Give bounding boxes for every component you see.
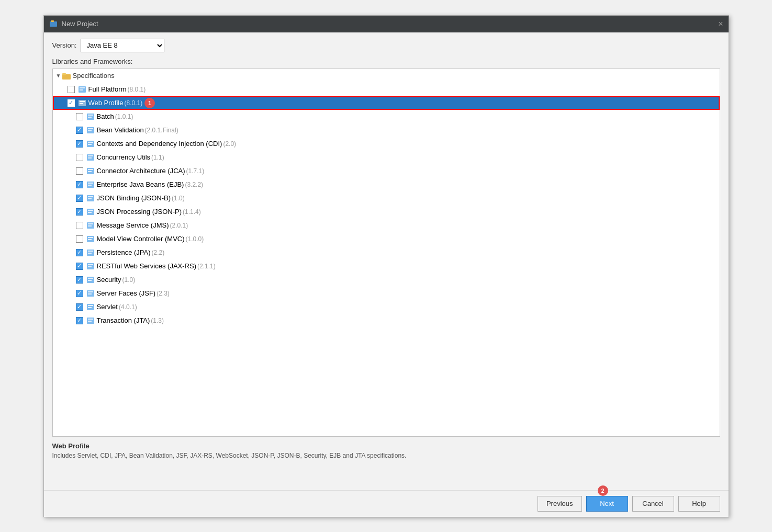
description-title: Web Profile (52, 442, 720, 450)
checkbox-bean-validation[interactable]: ✓ (76, 127, 83, 134)
item-version-jax-rs: (2.1.1) (197, 263, 216, 270)
list-item-bean-validation[interactable]: ✓ Bean Validation (2.0.1.Final) (53, 123, 720, 137)
checkbox-concurrency[interactable] (76, 154, 83, 161)
svg-rect-42 (88, 253, 92, 254)
svg-rect-36 (88, 225, 92, 227)
checkbox-full-platform[interactable] (68, 86, 75, 93)
svg-rect-35 (88, 223, 93, 224)
list-item-jta[interactable]: ✓ Transaction (JTA) (1.3) (53, 314, 720, 327)
checkbox-servlet[interactable]: ✓ (76, 303, 83, 311)
module-icon-json-processing (86, 208, 95, 216)
svg-rect-44 (88, 264, 93, 265)
svg-rect-14 (88, 128, 93, 129)
item-version-jsf: (2.3) (156, 290, 170, 297)
item-version-mvc: (1.0.0) (186, 235, 204, 243)
list-item-json-processing[interactable]: ✓ JSON Processing (JSON-P) (1.1.4) (53, 205, 720, 219)
checkbox-batch[interactable] (76, 113, 83, 120)
svg-rect-17 (88, 142, 93, 143)
item-name-bean-validation: Bean Validation (97, 126, 144, 134)
item-version-servlet: (4.0.1) (119, 303, 137, 311)
list-item-connector[interactable]: Connector Architecture (JCA) (1.7.1) (53, 164, 720, 178)
module-icon-concurrency (86, 154, 95, 161)
category-label: Specifications (73, 72, 115, 80)
help-button[interactable]: Help (678, 496, 720, 512)
item-name-connector: Connector Architecture (JCA) (97, 167, 185, 175)
item-version-batch: (1.0.1) (115, 113, 133, 120)
list-item-concurrency[interactable]: Concurrency Utils (1.1) (53, 151, 720, 164)
cancel-button[interactable]: Cancel (632, 496, 674, 512)
list-item-cdi[interactable]: ✓ Contexts and Dependency Injection (CDI… (53, 137, 720, 151)
title-bar: New Project × (44, 16, 729, 32)
module-icon-cdi (86, 140, 95, 148)
module-icon-full-platform (78, 86, 86, 93)
checkbox-jax-rs[interactable]: ✓ (76, 263, 83, 270)
checkbox-jpa[interactable]: ✓ (76, 249, 83, 256)
checkbox-security[interactable]: ✓ (76, 276, 83, 284)
checkbox-connector[interactable] (76, 167, 83, 175)
checkbox-ejb[interactable]: ✓ (76, 181, 83, 188)
list-item-mvc[interactable]: Model View Controller (MVC) (1.0.0) (53, 232, 720, 246)
svg-rect-56 (88, 319, 93, 320)
item-version-security: (1.0) (122, 276, 135, 284)
svg-rect-5 (80, 87, 85, 88)
checkbox-jsf[interactable]: ✓ (76, 290, 83, 297)
item-name-jsf: Server Faces (JSF) (97, 289, 156, 297)
svg-rect-53 (88, 305, 93, 306)
description-text: Includes Servlet, CDI, JPA, Bean Validat… (52, 452, 720, 459)
svg-rect-0 (50, 21, 57, 27)
list-item-jsf[interactable]: ✓ Server Faces (JSF) (2.3) (53, 287, 720, 300)
checkbox-jms[interactable] (76, 222, 83, 229)
module-icon-connector (86, 167, 95, 175)
item-name-full-platform: Full Platform (88, 85, 127, 93)
svg-rect-45 (88, 266, 92, 267)
svg-rect-21 (88, 157, 92, 159)
list-item-full-platform[interactable]: Full Platform (8.0.1) (53, 83, 720, 96)
svg-rect-50 (88, 291, 93, 292)
list-item-jms[interactable]: Message Service (JMS) (2.0.1) (53, 219, 720, 232)
item-version-cdi: (2.0) (223, 140, 236, 148)
checkbox-json-binding[interactable]: ✓ (76, 195, 83, 202)
item-name-web-profile: Web Profile (88, 99, 124, 107)
next-button[interactable]: Next (586, 496, 628, 512)
list-item-jax-rs[interactable]: ✓ RESTful Web Services (JAX-RS) (2.1.1) (53, 259, 720, 273)
svg-rect-12 (88, 117, 92, 118)
item-version-jpa: (2.2) (152, 249, 165, 256)
item-version-bean-validation: (2.0.1.Final) (145, 127, 178, 134)
list-item-servlet[interactable]: ✓ Servlet (4.0.1) (53, 300, 720, 314)
list-item-web-profile[interactable]: ✓ Web Profile (8.0.1) 1 (53, 96, 720, 110)
version-select[interactable]: Java EE 8 Java EE 7 Java EE 6 (81, 39, 164, 52)
svg-rect-48 (88, 280, 92, 281)
list-item-json-binding[interactable]: ✓ JSON Binding (JSON-B) (1.0) (53, 191, 720, 205)
svg-rect-30 (88, 198, 92, 199)
description-section: Web Profile Includes Servlet, CDI, JPA, … (52, 442, 720, 484)
item-name-cdi: Contexts and Dependency Injection (CDI) (97, 140, 222, 148)
tree-container[interactable]: ▼ Specifications (52, 69, 720, 437)
checkbox-jta[interactable]: ✓ (76, 317, 83, 324)
checkbox-web-profile[interactable]: ✓ (68, 99, 75, 107)
list-item-jpa[interactable]: ✓ Persistence (JPA) (2.2) (53, 246, 720, 259)
previous-button[interactable]: Previous (538, 496, 582, 512)
svg-rect-38 (88, 237, 93, 238)
checkbox-cdi[interactable]: ✓ (76, 140, 83, 148)
module-icon-jsf (86, 290, 95, 297)
item-name-concurrency: Concurrency Utils (97, 153, 151, 161)
module-icon-security (86, 276, 95, 284)
list-item-ejb[interactable]: ✓ Enterprise Java Beans (EJB) (3.2.2) (53, 178, 720, 191)
svg-rect-23 (88, 169, 93, 170)
module-icon-jta (86, 317, 95, 324)
item-name-jpa: Persistence (JPA) (97, 248, 151, 256)
list-item-security[interactable]: ✓ Security (1.0) (53, 273, 720, 287)
module-icon-mvc (86, 235, 95, 243)
item-version-connector: (1.7.1) (186, 167, 205, 175)
checkbox-json-processing[interactable]: ✓ (76, 208, 83, 216)
svg-rect-26 (88, 183, 93, 184)
item-name-json-processing: JSON Processing (JSON-P) (97, 208, 182, 216)
list-item-batch[interactable]: Batch (1.0.1) (53, 110, 720, 123)
close-button[interactable]: × (718, 19, 723, 29)
checkbox-mvc[interactable] (76, 235, 83, 243)
item-version-full-platform: (8.0.1) (127, 86, 146, 93)
dialog-title: New Project (62, 20, 98, 28)
tree-category-specifications[interactable]: ▼ Specifications (53, 69, 720, 83)
svg-rect-41 (88, 251, 93, 252)
module-icon-batch (86, 113, 95, 120)
